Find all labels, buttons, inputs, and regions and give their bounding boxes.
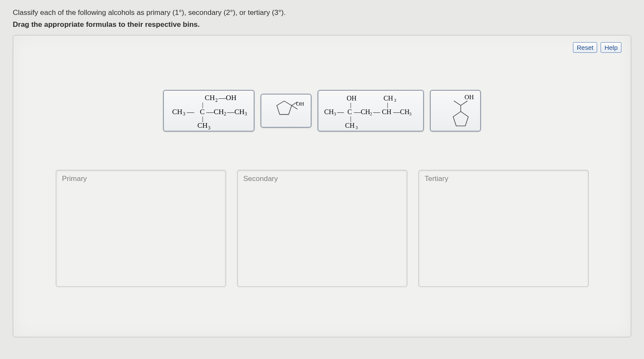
formula-tile-3[interactable]: OH CH3 CH3 — C —CH2 — CH —CH3 CH3: [318, 90, 424, 132]
svg-text:CH: CH: [384, 95, 393, 102]
svg-text:CH: CH: [382, 108, 392, 115]
svg-text:2: 2: [215, 98, 218, 103]
svg-text:C: C: [347, 108, 352, 115]
svg-line-38: [454, 101, 461, 106]
svg-text:3: 3: [245, 111, 247, 116]
bin-primary-label: Primary: [62, 175, 220, 183]
reset-button[interactable]: Reset: [573, 42, 597, 53]
svg-text:CH: CH: [345, 122, 355, 129]
bin-primary[interactable]: Primary: [56, 170, 226, 287]
svg-text:3: 3: [208, 125, 211, 129]
help-button[interactable]: Help: [601, 42, 621, 53]
svg-text:—CH: —CH: [206, 108, 224, 116]
svg-line-37: [461, 101, 467, 106]
bin-secondary-label: Secondary: [243, 175, 401, 183]
oh-label: OH: [296, 101, 304, 107]
svg-text:CH: CH: [205, 94, 215, 102]
draggable-tiles-row: CH2—OH CH3 — C —CH2—CH3 CH3 OH OH: [23, 90, 621, 132]
svg-text:3: 3: [183, 111, 185, 116]
svg-text:C: C: [200, 108, 204, 116]
svg-text:3: 3: [355, 125, 358, 129]
svg-text:CH: CH: [197, 121, 208, 129]
svg-text:—: —: [373, 108, 381, 115]
instruction-text: Drag the appropriate formulas to their r…: [13, 20, 631, 29]
svg-text:—: —: [337, 108, 344, 115]
svg-text:2: 2: [370, 112, 372, 116]
svg-marker-40: [453, 112, 469, 126]
svg-text:OH: OH: [464, 94, 474, 101]
svg-text:—CH: —CH: [393, 108, 410, 115]
svg-text:3: 3: [409, 112, 411, 116]
svg-text:3: 3: [394, 98, 396, 103]
question-text: Classify each of the following alcohols …: [13, 9, 631, 17]
svg-text:OH: OH: [347, 95, 357, 102]
svg-text:CH: CH: [324, 108, 334, 115]
svg-text:—: —: [186, 108, 195, 116]
formula-tile-4[interactable]: OH: [430, 90, 481, 132]
formula-tile-2[interactable]: OH: [260, 94, 312, 128]
svg-marker-15: [277, 101, 292, 114]
bins-row: Primary Secondary Tertiary: [23, 170, 621, 287]
svg-text:3: 3: [334, 112, 336, 116]
formula-tile-1[interactable]: CH2—OH CH3 — C —CH2—CH3 CH3: [163, 90, 255, 132]
work-area: Reset Help CH2—OH CH3 — C —CH2—CH3 CH3 O: [13, 35, 631, 337]
bin-secondary[interactable]: Secondary: [237, 170, 407, 287]
bin-tertiary-label: Tertiary: [425, 175, 582, 183]
svg-text:2: 2: [224, 111, 226, 116]
svg-text:CH: CH: [172, 108, 183, 116]
svg-text:—CH: —CH: [353, 108, 370, 115]
svg-text:—CH: —CH: [226, 108, 244, 116]
bin-tertiary[interactable]: Tertiary: [418, 170, 589, 287]
svg-text:—OH: —OH: [218, 94, 236, 102]
